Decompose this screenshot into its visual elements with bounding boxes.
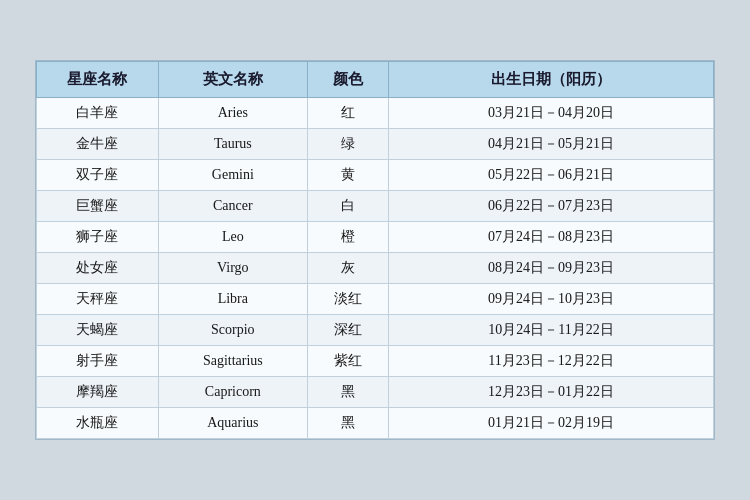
cell-english: Aquarius	[158, 408, 307, 439]
cell-dates: 10月24日－11月22日	[389, 315, 714, 346]
cell-color: 红	[307, 98, 388, 129]
cell-color: 紫红	[307, 346, 388, 377]
cell-chinese: 双子座	[37, 160, 159, 191]
cell-color: 黑	[307, 377, 388, 408]
cell-chinese: 金牛座	[37, 129, 159, 160]
cell-english: Aries	[158, 98, 307, 129]
cell-english: Capricorn	[158, 377, 307, 408]
cell-dates: 11月23日－12月22日	[389, 346, 714, 377]
cell-color: 白	[307, 191, 388, 222]
cell-english: Libra	[158, 284, 307, 315]
table-row: 天蝎座Scorpio深红10月24日－11月22日	[37, 315, 714, 346]
table-row: 处女座Virgo灰08月24日－09月23日	[37, 253, 714, 284]
cell-color: 绿	[307, 129, 388, 160]
cell-english: Gemini	[158, 160, 307, 191]
table-row: 狮子座Leo橙07月24日－08月23日	[37, 222, 714, 253]
cell-color: 灰	[307, 253, 388, 284]
table-row: 巨蟹座Cancer白06月22日－07月23日	[37, 191, 714, 222]
cell-english: Cancer	[158, 191, 307, 222]
cell-color: 深红	[307, 315, 388, 346]
cell-english: Leo	[158, 222, 307, 253]
cell-color: 橙	[307, 222, 388, 253]
cell-dates: 05月22日－06月21日	[389, 160, 714, 191]
header-color: 颜色	[307, 62, 388, 98]
cell-english: Scorpio	[158, 315, 307, 346]
cell-dates: 09月24日－10月23日	[389, 284, 714, 315]
table-row: 金牛座Taurus绿04月21日－05月21日	[37, 129, 714, 160]
cell-dates: 07月24日－08月23日	[389, 222, 714, 253]
cell-english: Sagittarius	[158, 346, 307, 377]
cell-chinese: 射手座	[37, 346, 159, 377]
cell-chinese: 天蝎座	[37, 315, 159, 346]
header-date: 出生日期（阳历）	[389, 62, 714, 98]
cell-dates: 12月23日－01月22日	[389, 377, 714, 408]
cell-english: Taurus	[158, 129, 307, 160]
cell-dates: 08月24日－09月23日	[389, 253, 714, 284]
cell-dates: 01月21日－02月19日	[389, 408, 714, 439]
cell-color: 淡红	[307, 284, 388, 315]
cell-dates: 03月21日－04月20日	[389, 98, 714, 129]
table-row: 摩羯座Capricorn黑12月23日－01月22日	[37, 377, 714, 408]
cell-color: 黑	[307, 408, 388, 439]
table-row: 射手座Sagittarius紫红11月23日－12月22日	[37, 346, 714, 377]
cell-chinese: 天秤座	[37, 284, 159, 315]
cell-dates: 06月22日－07月23日	[389, 191, 714, 222]
table-row: 白羊座Aries红03月21日－04月20日	[37, 98, 714, 129]
table-row: 水瓶座Aquarius黑01月21日－02月19日	[37, 408, 714, 439]
table-row: 天秤座Libra淡红09月24日－10月23日	[37, 284, 714, 315]
table-header-row: 星座名称 英文名称 颜色 出生日期（阳历）	[37, 62, 714, 98]
table-row: 双子座Gemini黄05月22日－06月21日	[37, 160, 714, 191]
cell-dates: 04月21日－05月21日	[389, 129, 714, 160]
cell-chinese: 摩羯座	[37, 377, 159, 408]
cell-chinese: 水瓶座	[37, 408, 159, 439]
cell-chinese: 处女座	[37, 253, 159, 284]
header-chinese: 星座名称	[37, 62, 159, 98]
zodiac-table: 星座名称 英文名称 颜色 出生日期（阳历） 白羊座Aries红03月21日－04…	[36, 61, 714, 439]
zodiac-table-container: 星座名称 英文名称 颜色 出生日期（阳历） 白羊座Aries红03月21日－04…	[35, 60, 715, 440]
cell-color: 黄	[307, 160, 388, 191]
header-english: 英文名称	[158, 62, 307, 98]
cell-chinese: 白羊座	[37, 98, 159, 129]
cell-chinese: 巨蟹座	[37, 191, 159, 222]
cell-english: Virgo	[158, 253, 307, 284]
cell-chinese: 狮子座	[37, 222, 159, 253]
